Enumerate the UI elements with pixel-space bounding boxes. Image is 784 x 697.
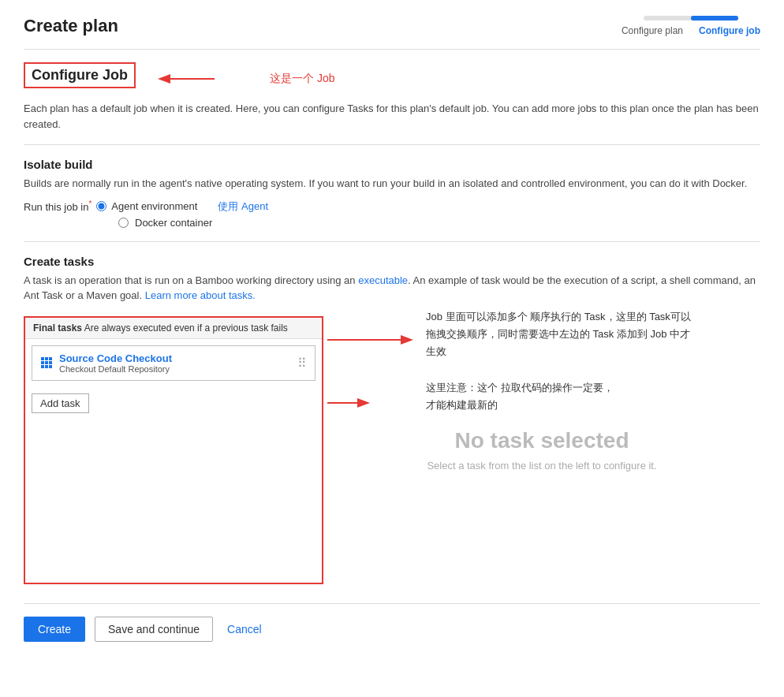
isolate-build-section: Isolate build Builds are normally run in… <box>24 158 760 229</box>
radio-docker-container[interactable] <box>118 218 129 228</box>
final-tasks-label: Final tasks <box>33 322 82 334</box>
final-tasks-header: Final tasks Are always executed even if … <box>25 318 322 339</box>
create-tasks-section: Create tasks A task is an operation that… <box>24 255 760 584</box>
progress-labels: Configure plan Configure job <box>622 25 760 36</box>
annotation-use-agent: 使用 Agent <box>218 199 268 214</box>
task-icon <box>40 356 53 369</box>
configure-job-header: Configure Job 这是一个 Job <box>24 62 760 95</box>
create-tasks-title: Create tasks <box>24 255 760 268</box>
no-task-selected-title: No task selected <box>455 428 629 453</box>
content-wrapper: Configure Job 这是一个 Job Each plan has a d… <box>24 62 760 642</box>
annotation-arrow-2 <box>323 316 418 363</box>
annotation-arrow-1 <box>159 67 222 91</box>
radio-agent-label[interactable]: Agent environment <box>111 200 197 212</box>
add-task-button[interactable]: Add task <box>32 393 89 413</box>
radio-agent-environment[interactable] <box>96 201 106 211</box>
task-item[interactable]: Source Code Checkout Checkout Default Re… <box>32 345 315 381</box>
radio-docker-row: Docker container <box>118 217 760 229</box>
top-divider <box>24 49 760 50</box>
configure-job-description: Each plan has a default job when it is c… <box>24 101 760 132</box>
configure-job-box: Configure Job <box>24 62 136 88</box>
right-annotation-2: 这里注意：这个 拉取代码的操作一定要， 才能构建最新的 <box>426 379 614 414</box>
tasks-left-panel: Final tasks Are always executed even if … <box>24 316 323 584</box>
tasks-right-area: Job 里面可以添加多个 顺序执行的 Task，这里的 Task可以 拖拽交换顺… <box>323 316 760 584</box>
create-tasks-description: A task is an operation that is run on a … <box>24 273 760 304</box>
section-divider-1 <box>24 144 760 145</box>
right-annotation-1: Job 里面可以添加多个 顺序执行的 Task，这里的 Task可以 拖拽交换顺… <box>426 308 691 360</box>
progress-bar-container: Configure plan Configure job <box>622 16 760 36</box>
bottom-actions: Create Save and continue Cancel <box>24 603 760 642</box>
task-item-text: Source Code Checkout Checkout Default Re… <box>59 352 172 374</box>
progress-step2-label: Configure job <box>699 25 760 36</box>
no-task-selected-desc: Select a task from the list on the left … <box>427 460 656 472</box>
run-job-row: Run this job in* Agent environment 使用 Ag… <box>24 199 760 214</box>
section-divider-2 <box>24 241 760 242</box>
progress-fill <box>691 16 738 20</box>
learn-more-link[interactable]: Learn more about tasks. <box>145 289 256 301</box>
create-button[interactable]: Create <box>24 617 85 642</box>
task-item-desc: Checkout Default Repository <box>59 364 172 374</box>
configure-job-annotation: 这是一个 Job <box>270 72 334 86</box>
save-continue-button[interactable]: Save and continue <box>95 617 213 642</box>
run-job-label: Run this job in* <box>24 199 91 213</box>
isolate-build-title: Isolate build <box>24 158 760 171</box>
cancel-button[interactable]: Cancel <box>222 617 267 641</box>
isolate-build-desc: Builds are normally run in the agent's n… <box>24 176 760 192</box>
progress-step1-label: Configure plan <box>622 25 683 36</box>
executable-link[interactable]: executable <box>358 274 408 286</box>
progress-track <box>644 16 738 20</box>
radio-docker-label[interactable]: Docker container <box>135 217 212 229</box>
final-tasks-desc: Are always executed even if a previous t… <box>84 322 288 334</box>
configure-job-title: Configure Job <box>32 67 128 83</box>
annotation-arrow-3 <box>323 363 371 442</box>
tasks-area: Final tasks Are always executed even if … <box>24 316 760 584</box>
drag-handle-icon[interactable]: ⠿ <box>297 356 307 371</box>
task-item-name: Source Code Checkout <box>59 352 172 364</box>
